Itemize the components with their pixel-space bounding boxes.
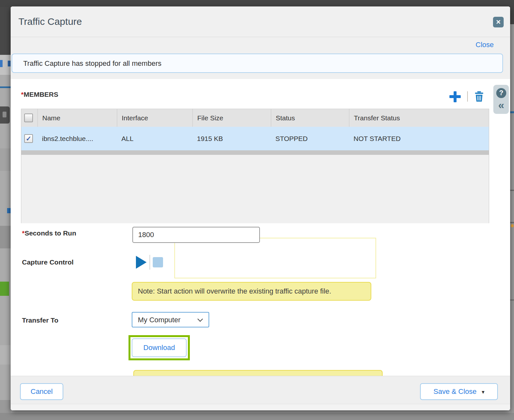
dialog-header-area: Traffic Capture × Close Traffic Capture … xyxy=(11,6,510,79)
note-text: Note: Start action will overwrite the ex… xyxy=(138,287,331,295)
column-header-status[interactable]: Status xyxy=(271,109,349,127)
background-fragment xyxy=(0,60,3,67)
delete-member-icon[interactable] xyxy=(474,91,484,102)
column-header-transfer-status[interactable]: Transfer Status xyxy=(349,109,489,127)
cancel-button[interactable]: Cancel xyxy=(20,383,63,400)
background-fragment xyxy=(7,208,11,213)
select-all-cell xyxy=(21,109,37,127)
dialog-title: Traffic Capture xyxy=(18,16,82,27)
capture-control-label: Capture Control xyxy=(22,258,74,266)
close-link[interactable]: Close xyxy=(476,41,501,49)
traffic-capture-dialog: Traffic Capture × Close Traffic Capture … xyxy=(11,6,510,410)
save-options-caret-icon[interactable]: ▾ xyxy=(482,389,485,395)
required-mark: * xyxy=(21,91,24,98)
column-header-file-size[interactable]: File Size xyxy=(192,109,271,127)
column-header-name[interactable]: Name xyxy=(37,109,117,127)
transfer-to-label: Transfer To xyxy=(22,316,58,324)
members-label: *MEMBERS xyxy=(21,91,58,98)
background-fragment xyxy=(0,0,11,55)
capture-control-highlight-box xyxy=(174,238,376,278)
start-capture-icon[interactable] xyxy=(136,256,147,269)
seconds-to-run-label: *Seconds to Run xyxy=(22,229,76,237)
background-fragment xyxy=(0,226,11,248)
close-icon[interactable]: × xyxy=(493,17,504,27)
row-name: ibns2.techblue.... xyxy=(37,127,117,150)
dialog-titlebar: Traffic Capture × xyxy=(11,6,510,37)
seconds-to-run-input[interactable] xyxy=(132,227,260,243)
table-empty-area xyxy=(21,155,489,223)
background-fragment xyxy=(3,112,6,117)
background-fragment xyxy=(8,61,11,66)
background-fragment xyxy=(510,299,514,301)
background-bottom-band xyxy=(0,413,514,420)
help-icon[interactable]: ? xyxy=(496,88,506,98)
chevron-down-icon xyxy=(198,316,203,322)
table-row[interactable]: ✓ ibns2.techblue.... ALL 1915 KB STOPPED… xyxy=(21,127,489,150)
row-checkbox-cell: ✓ xyxy=(21,127,37,150)
status-message-box: Traffic Capture has stopped for all memb… xyxy=(12,54,503,73)
status-message: Traffic Capture has stopped for all memb… xyxy=(23,59,161,68)
row-status: STOPPED xyxy=(271,127,349,150)
row-interface: ALL xyxy=(117,127,192,150)
background-fragment xyxy=(0,148,11,171)
column-header-interface[interactable]: Interface xyxy=(117,109,192,127)
table-header-row: Name Interface File Size Status Transfer… xyxy=(21,109,489,127)
dialog-bottom-edge xyxy=(11,404,510,410)
dialog-body: *MEMBERS ? « xyxy=(11,79,510,376)
background-fragment xyxy=(510,190,514,191)
download-highlight-ring: Download xyxy=(128,335,190,360)
help-flyout-panel: ? « xyxy=(493,85,509,114)
note-box: Note: Start action will overwrite the ex… xyxy=(132,282,371,301)
background-left-strip xyxy=(0,0,11,420)
background-fragment xyxy=(510,222,514,223)
collapse-panel-icon[interactable]: « xyxy=(496,98,506,111)
members-table: Name Interface File Size Status Transfer… xyxy=(21,109,489,223)
capture-control-divider xyxy=(149,255,150,270)
seconds-to-run-label-text: Seconds to Run xyxy=(25,229,76,237)
background-top-band xyxy=(0,0,514,7)
horizontal-scrollbar[interactable] xyxy=(21,150,489,155)
members-label-text: MEMBERS xyxy=(24,91,58,98)
required-mark: * xyxy=(22,229,25,237)
transfer-to-value: My Computer xyxy=(138,316,180,324)
background-fragment xyxy=(511,224,514,227)
row-file-size: 1915 KB xyxy=(192,127,271,150)
background-fragment xyxy=(0,345,11,365)
add-member-icon[interactable] xyxy=(449,91,461,102)
background-fragment xyxy=(0,282,9,296)
row-transfer-status: NOT STARTED xyxy=(349,127,489,150)
stop-capture-icon[interactable] xyxy=(153,257,163,267)
select-all-checkbox[interactable] xyxy=(24,114,33,122)
download-button[interactable]: Download xyxy=(132,338,187,357)
background-fragment xyxy=(0,86,11,88)
save-and-close-label: Save & Close xyxy=(434,387,477,395)
page: Traffic Capture × Close Traffic Capture … xyxy=(0,0,514,420)
clipped-note-box xyxy=(133,370,383,376)
row-checkbox[interactable]: ✓ xyxy=(24,134,33,143)
background-right-strip xyxy=(510,0,514,420)
save-and-close-button[interactable]: Save & Close▾ xyxy=(420,383,498,400)
toolbar-divider xyxy=(467,91,468,102)
background-fragment xyxy=(510,111,514,113)
dialog-footer: Cancel Save & Close▾ xyxy=(11,376,510,404)
transfer-to-select[interactable]: My Computer xyxy=(132,312,209,327)
